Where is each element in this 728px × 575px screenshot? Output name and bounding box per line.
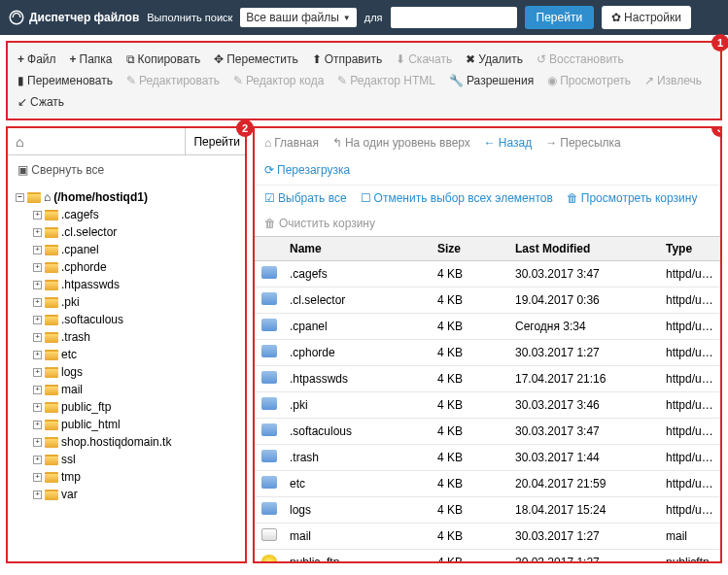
col-name[interactable]: Name: [284, 237, 432, 260]
expand-icon[interactable]: +: [33, 281, 42, 289]
up-icon: ↰: [332, 136, 342, 150]
file-modified: 30.03.2017 1:44: [509, 446, 660, 469]
go-button[interactable]: Перейти: [525, 6, 595, 29]
tree-item[interactable]: +.htpasswds: [33, 276, 237, 293]
folder-icon: [261, 397, 277, 410]
permissions-button[interactable]: 🔧Разрешения: [449, 74, 534, 87]
tree-item[interactable]: +.cl.selector: [33, 223, 237, 241]
nav-up[interactable]: ↰На один уровень вверх: [332, 136, 470, 150]
tree-item[interactable]: +etc: [33, 346, 237, 363]
table-row[interactable]: .htpasswds4 KB17.04.2017 21:16httpd/unix…: [255, 366, 720, 392]
table-row[interactable]: .cphorde4 KB30.03.2017 1:27httpd/unix-di…: [255, 340, 720, 366]
expand-icon[interactable]: +: [33, 456, 42, 464]
tree-item[interactable]: +var: [33, 486, 237, 503]
compress-button[interactable]: ↙Сжать: [17, 95, 64, 109]
expand-icon[interactable]: +: [33, 298, 42, 307]
tree-item[interactable]: +.cpanel: [33, 241, 237, 258]
tree-item[interactable]: +mail: [33, 381, 237, 398]
expand-icon[interactable]: +: [33, 246, 42, 254]
unselect-all[interactable]: ☐Отменить выбор всех элементов: [361, 191, 553, 205]
collapse-all[interactable]: ▣ Свернуть все: [8, 155, 245, 185]
tree-item[interactable]: +shop.hostiqdomain.tk: [33, 433, 237, 451]
path-input[interactable]: [31, 131, 185, 152]
tree-label: .pki: [61, 295, 80, 309]
copy-button[interactable]: ⧉Копировать: [126, 52, 201, 66]
download-button[interactable]: ⬇Скачать: [396, 52, 452, 66]
tree-item[interactable]: +.pki: [33, 293, 237, 311]
folder-button[interactable]: +Папка: [70, 52, 113, 66]
col-type[interactable]: Type: [660, 237, 720, 260]
expand-icon[interactable]: +: [33, 228, 42, 237]
annotation-badge-1: 1: [711, 34, 728, 51]
tree-item[interactable]: +ssl: [33, 451, 237, 468]
tree-item[interactable]: +.trash: [33, 328, 237, 346]
table-row[interactable]: mail4 KB30.03.2017 1:27mail: [255, 524, 720, 550]
settings-button[interactable]: ✿ Настройки: [602, 6, 691, 29]
expand-icon[interactable]: +: [33, 386, 42, 394]
table-row[interactable]: .pki4 KB30.03.2017 3:46httpd/unix-direct…: [255, 392, 720, 419]
tree-item[interactable]: +.softaculous: [33, 311, 237, 328]
tree-item[interactable]: +logs: [33, 363, 237, 381]
nav-home[interactable]: ⌂Главная: [264, 136, 319, 150]
edit-button[interactable]: ✎Редактировать: [126, 74, 220, 87]
expand-icon[interactable]: +: [33, 473, 42, 482]
expand-icon[interactable]: +: [33, 333, 42, 342]
tree-item[interactable]: +.cphorde: [33, 258, 237, 276]
tree-item[interactable]: +.cagefs: [33, 206, 237, 223]
move-button[interactable]: ✥Переместить: [214, 52, 298, 66]
expand-icon[interactable]: +: [33, 368, 42, 377]
expand-icon[interactable]: +: [33, 490, 42, 499]
view-button[interactable]: ◉Просмотреть: [547, 74, 631, 87]
expand-icon[interactable]: +: [33, 351, 42, 359]
table-row[interactable]: .trash4 KB30.03.2017 1:44httpd/unix-dire…: [255, 445, 720, 471]
delete-button[interactable]: ✖Удалить: [466, 52, 523, 66]
col-modified[interactable]: Last Modified: [509, 237, 660, 260]
file-modified: 30.03.2017 1:27: [509, 524, 660, 548]
folder-icon: [261, 266, 277, 279]
search-scope-select[interactable]: Все ваши файлы ▼: [240, 8, 356, 27]
html-editor-button[interactable]: ✎Редактор HTML: [337, 74, 435, 87]
code-editor-button[interactable]: ✎Редактор кода: [233, 74, 324, 87]
table-row[interactable]: .cagefs4 KB30.03.2017 3:47httpd/unix-dir…: [255, 261, 720, 288]
expand-icon[interactable]: +: [33, 263, 42, 272]
select-all[interactable]: ☑Выбрать все: [264, 191, 347, 205]
col-size[interactable]: Size: [432, 237, 509, 260]
expand-icon[interactable]: +: [33, 316, 42, 324]
tree-item[interactable]: +public_html: [33, 416, 237, 433]
tree-label: public_html: [61, 418, 121, 431]
table-row[interactable]: etc4 KB20.04.2017 21:59httpd/unix-direct…: [255, 471, 720, 497]
collapse-icon[interactable]: −: [16, 193, 24, 202]
chevron-down-icon: ▼: [343, 14, 351, 22]
table-row[interactable]: logs4 KB18.04.2017 15:24httpd/unix-direc…: [255, 497, 720, 524]
table-row[interactable]: .softaculous4 KB30.03.2017 3:47httpd/uni…: [255, 419, 720, 445]
expand-icon[interactable]: +: [33, 421, 42, 429]
nav-back[interactable]: ←Назад: [484, 136, 532, 150]
tree-label: tmp: [61, 470, 81, 484]
empty-trash[interactable]: 🗑Очистить корзину: [264, 217, 711, 230]
check-icon: ☑: [264, 191, 275, 205]
home-icon[interactable]: ⌂: [8, 134, 31, 150]
table-row[interactable]: .cl.selector4 KB19.04.2017 0:36httpd/uni…: [255, 288, 720, 314]
file-button[interactable]: +Файл: [17, 52, 56, 66]
expand-icon[interactable]: +: [33, 403, 42, 412]
table-row[interactable]: public_ftp4 KB30.03.2017 1:27publicftp: [255, 550, 720, 561]
top-bar: Диспетчер файлов Выполнить поиск Все ваш…: [0, 0, 728, 35]
search-input[interactable]: [391, 7, 517, 28]
expand-icon[interactable]: +: [33, 438, 42, 447]
expand-icon[interactable]: +: [33, 211, 42, 220]
tree-item[interactable]: +public_ftp: [33, 398, 237, 416]
extract-button[interactable]: ↗Извлечь: [644, 74, 702, 87]
restore-button[interactable]: ↺Восстановить: [537, 52, 624, 66]
table-header: Name Size Last Modified Type: [255, 236, 720, 261]
nav-forward[interactable]: →Пересылка: [545, 136, 620, 150]
upload-button[interactable]: ⬆Отправить: [312, 52, 383, 66]
for-label: для: [364, 12, 383, 23]
table-row[interactable]: .cpanel4 KBСегодня 3:34httpd/unix-direct…: [255, 314, 720, 340]
tree-root[interactable]: − ⌂ (/home/hostiqd1): [16, 188, 237, 206]
view-trash[interactable]: 🗑Просмотреть корзину: [567, 191, 698, 205]
nav-reload[interactable]: ⟳Перезагрузка: [264, 163, 350, 177]
tree-label: .cl.selector: [61, 225, 117, 239]
tree-item[interactable]: +tmp: [33, 468, 237, 486]
file-size: 4 KB: [432, 393, 509, 417]
rename-button[interactable]: ▮Переименовать: [17, 74, 113, 87]
